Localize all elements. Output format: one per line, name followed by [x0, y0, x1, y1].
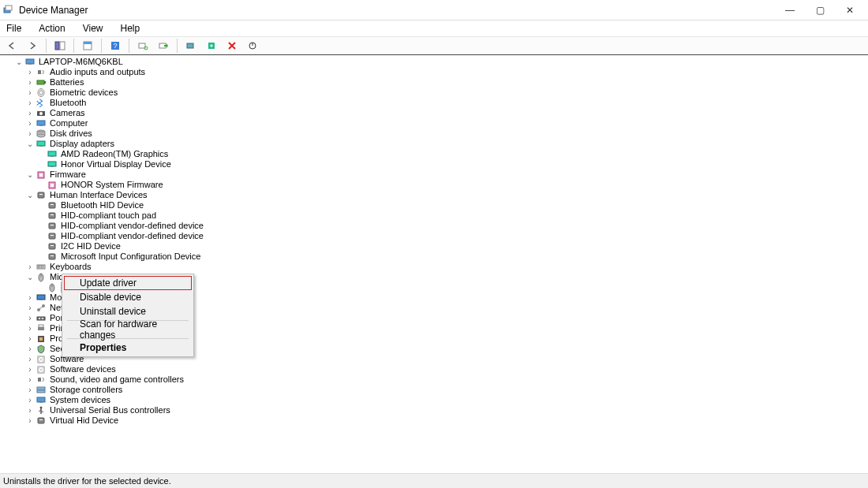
svg-point-20 [39, 91, 43, 95]
svg-rect-2 [55, 42, 59, 50]
tree-category[interactable]: ›Computer [5, 118, 868, 129]
tree-device[interactable]: HONOR System Firmware [5, 180, 868, 190]
tree-category[interactable]: ›Batteries [5, 77, 868, 88]
menu-help[interactable]: Help [118, 22, 144, 35]
back-button[interactable] [3, 38, 21, 54]
tree-device[interactable]: HID-compliant vendor-defined device [5, 221, 868, 231]
firmware-icon [46, 180, 58, 190]
tree-root[interactable]: ⌄LAPTOP-M6MQ6KBL [5, 57, 868, 67]
expand-icon[interactable]: › [25, 405, 35, 415]
collapse-icon[interactable]: ⌄ [14, 57, 24, 67]
show-hide-tree-button[interactable] [51, 38, 69, 54]
tree-category[interactable]: ›System devices [5, 395, 868, 405]
tree-category[interactable]: ⌄Human Interface Devices [5, 190, 868, 200]
expand-icon[interactable]: › [25, 118, 35, 129]
uninstall-button[interactable] [182, 38, 200, 54]
category-label: Keyboards [50, 262, 92, 272]
disable-button[interactable] [223, 38, 241, 54]
camera-icon [35, 108, 47, 118]
expand-icon[interactable]: › [25, 67, 35, 77]
tree-category[interactable]: ›Audio inputs and outputs [5, 67, 868, 77]
device-tree-pane[interactable]: ⌄LAPTOP-M6MQ6KBL›Audio inputs and output… [0, 54, 868, 474]
expand-icon[interactable]: › [25, 108, 35, 118]
minimize-button[interactable]: — [775, 0, 805, 20]
ctx-disable-device[interactable]: Disable device [64, 290, 192, 304]
expand-icon[interactable]: › [25, 129, 35, 139]
scan-hardware-button[interactable] [134, 38, 152, 54]
tree-device[interactable]: Microsoft Input Configuration Device [5, 251, 868, 262]
expand-icon[interactable]: ⌄ [25, 272, 35, 282]
tree-category[interactable]: ›Storage controllers [5, 385, 868, 395]
tree-category[interactable]: ›Bluetooth [5, 98, 868, 108]
tree-category[interactable]: ⌄Display adapters [5, 139, 868, 149]
window-title: Device Manager [19, 5, 88, 16]
tree-category[interactable]: ›Keyboards [5, 262, 868, 272]
expand-icon[interactable]: › [25, 374, 35, 385]
forward-button[interactable] [24, 38, 41, 54]
expand-icon[interactable]: › [25, 98, 35, 108]
svg-rect-44 [49, 223, 55, 229]
expand-icon[interactable]: › [25, 313, 35, 323]
tree-category[interactable]: ›Disk drives [5, 129, 868, 139]
tree-device[interactable]: HID-compliant touch pad [5, 210, 868, 221]
close-button[interactable]: ✕ [835, 0, 865, 20]
svg-rect-66 [39, 325, 43, 327]
tree-category[interactable]: ›Biometric devices [5, 88, 868, 98]
expand-icon[interactable]: › [25, 292, 35, 303]
menu-action[interactable]: Action [36, 22, 68, 35]
expand-icon[interactable]: › [25, 395, 35, 405]
disk-icon [35, 129, 47, 139]
expand-icon[interactable]: ⌄ [25, 190, 35, 200]
maximize-button[interactable]: ▢ [805, 0, 835, 20]
tree-category[interactable]: ›Cameras [5, 108, 868, 118]
svg-rect-57 [37, 295, 45, 300]
expand-icon[interactable]: › [25, 323, 35, 333]
expand-icon[interactable]: › [25, 354, 35, 364]
expand-icon[interactable]: › [25, 88, 35, 98]
device-label: AMD Radeon(TM) Graphics [61, 149, 168, 159]
ctx-properties[interactable]: Properties [64, 341, 192, 355]
device-label: HONOR System Firmware [61, 180, 163, 190]
enable-button[interactable] [203, 38, 220, 54]
svg-rect-58 [39, 300, 43, 300]
tree-category[interactable]: ›Sound, video and game controllers [5, 374, 868, 385]
tree-category[interactable]: ›Universal Serial Bus controllers [5, 405, 868, 415]
tree-device[interactable]: I2C HID Device [5, 241, 868, 251]
svg-rect-43 [51, 214, 54, 215]
device-label: HID-compliant touch pad [61, 210, 156, 221]
expand-icon[interactable]: › [25, 77, 35, 88]
help-button[interactable]: ? [107, 38, 124, 54]
expand-icon[interactable]: › [25, 415, 35, 426]
expand-icon[interactable]: ⌄ [25, 139, 35, 149]
expand-icon[interactable]: › [25, 364, 35, 374]
properties-button[interactable] [79, 38, 96, 54]
ctx-scan-hardware[interactable]: Scan for hardware changes [64, 322, 192, 337]
hid-icon [46, 251, 58, 262]
update-driver-button[interactable] [155, 38, 172, 54]
menu-view[interactable]: View [80, 22, 107, 35]
tree-category[interactable]: ›Virtual Hid Device [5, 415, 868, 426]
expand-icon[interactable]: › [25, 344, 35, 354]
expand-icon[interactable]: › [25, 262, 35, 272]
expand-icon[interactable]: › [25, 303, 35, 313]
audio-icon [35, 67, 47, 77]
ctx-update-driver[interactable]: Update driver [64, 276, 192, 290]
expand-icon[interactable]: › [25, 333, 35, 344]
tree-device[interactable]: Bluetooth HID Device [5, 200, 868, 210]
svg-line-61 [39, 307, 43, 309]
tree-device[interactable]: HID-compliant vendor-defined device [5, 231, 868, 241]
power-button[interactable] [244, 38, 261, 54]
ctx-uninstall-device[interactable]: Uninstall device [64, 304, 192, 319]
expand-icon[interactable]: ⌄ [25, 169, 35, 180]
tree-device[interactable]: AMD Radeon(TM) Graphics [5, 149, 868, 159]
svg-text:?: ? [113, 42, 117, 50]
tree-category[interactable]: ⌄Firmware [5, 169, 868, 180]
tree-device[interactable]: Honor Virtual Display Device [5, 159, 868, 169]
toolbar: ? [0, 36, 868, 55]
svg-rect-72 [37, 387, 45, 389]
expand-icon[interactable]: › [25, 385, 35, 395]
tree-category[interactable]: ›Software devices [5, 364, 868, 374]
svg-point-63 [39, 318, 40, 319]
menu-file[interactable]: File [3, 22, 24, 35]
software-icon [35, 364, 47, 374]
